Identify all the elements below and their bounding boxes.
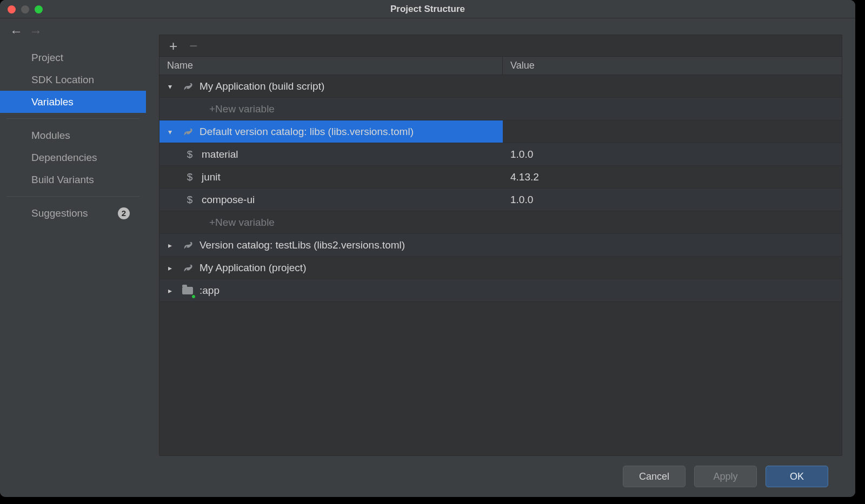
tree-group-default-catalog[interactable]: ▾ Default version catalog: libs (libs.ve…	[159, 120, 842, 143]
sidebar-item-label: Project	[31, 52, 63, 64]
tree-group-testlibs-catalog[interactable]: ▸ Version catalog: testLibs (libs2.versi…	[159, 234, 842, 257]
ok-button[interactable]: OK	[766, 466, 828, 487]
minimize-window-button[interactable]	[21, 5, 29, 14]
gradle-icon	[181, 239, 194, 252]
sidebar-item-sdk-location[interactable]: SDK Location	[0, 69, 146, 91]
variables-tree: ▾ My Application (build script) +New var…	[159, 75, 842, 302]
gradle-icon	[181, 125, 194, 138]
chevron-right-icon[interactable]: ▸	[164, 241, 176, 250]
sidebar-item-label: Dependencies	[31, 152, 97, 164]
tree-group-module-app[interactable]: ▸ :app	[159, 279, 842, 302]
sidebar-item-build-variants[interactable]: Build Variants	[0, 169, 146, 191]
sidebar-item-variables[interactable]: Variables	[0, 91, 146, 113]
column-header-value[interactable]: Value	[503, 60, 842, 71]
chevron-down-icon[interactable]: ▾	[164, 127, 176, 136]
dialog-title: Project Structure	[390, 4, 465, 15]
chevron-down-icon[interactable]: ▾	[164, 82, 176, 91]
sidebar-item-label: Modules	[31, 130, 70, 142]
sidebar-item-dependencies[interactable]: Dependencies	[0, 146, 146, 169]
variables-panel: + − Name Value ▾ My A	[159, 35, 842, 456]
ghost-label: +New variable	[209, 103, 275, 115]
button-label: Cancel	[639, 471, 669, 482]
tree-group-label: My Application (project)	[199, 262, 306, 274]
window-traffic-lights	[8, 5, 43, 14]
tree-group-build-script[interactable]: ▾ My Application (build script)	[159, 75, 842, 98]
variable-row[interactable]: $ material 1.0.0	[159, 143, 842, 166]
add-variable-button[interactable]: +	[169, 39, 177, 53]
sidebar-nav: Project SDK Location Variables Modules D…	[0, 44, 146, 224]
remove-variable-button[interactable]: −	[189, 39, 197, 53]
zoom-window-button[interactable]	[35, 5, 43, 14]
table-header: Name Value	[159, 57, 842, 75]
button-label: OK	[790, 471, 804, 482]
suggestions-badge: 2	[118, 207, 130, 219]
cancel-button[interactable]: Cancel	[623, 466, 686, 487]
new-variable-placeholder[interactable]: +New variable	[159, 98, 842, 120]
sidebar-item-label: Build Variants	[31, 174, 94, 186]
nav-forward-icon[interactable]: →	[29, 24, 42, 39]
button-label: Apply	[713, 471, 737, 482]
chevron-right-icon[interactable]: ▸	[164, 286, 176, 295]
variable-value[interactable]: 4.13.2	[503, 171, 842, 183]
dollar-icon: $	[183, 193, 196, 206]
column-header-label: Name	[167, 60, 193, 71]
variable-row[interactable]: $ compose-ui 1.0.0	[159, 189, 842, 211]
chevron-right-icon[interactable]: ▸	[164, 264, 176, 272]
dollar-icon: $	[183, 171, 196, 184]
dollar-icon: $	[183, 148, 196, 161]
nav-history: ← →	[0, 18, 146, 44]
gradle-icon	[181, 261, 194, 274]
nav-back-icon[interactable]: ←	[10, 24, 23, 39]
column-header-name[interactable]: Name	[159, 57, 503, 75]
variables-toolbar: + −	[159, 35, 842, 57]
tree-group-label: Version catalog: testLibs (libs2.version…	[199, 239, 405, 251]
close-window-button[interactable]	[8, 5, 16, 14]
gradle-icon	[181, 80, 194, 93]
main-panel: + − Name Value ▾ My A	[146, 18, 855, 497]
tree-group-label: My Application (build script)	[199, 80, 324, 92]
tree-group-label: Default version catalog: libs (libs.vers…	[199, 126, 414, 138]
project-structure-dialog: Project Structure ← → Project SDK Locati…	[0, 0, 855, 497]
variable-value[interactable]: 1.0.0	[503, 149, 842, 160]
sidebar-item-modules[interactable]: Modules	[0, 124, 146, 146]
apply-button[interactable]: Apply	[694, 466, 757, 487]
sidebar-separator	[6, 196, 139, 197]
sidebar-item-label: SDK Location	[31, 74, 94, 86]
column-header-label: Value	[510, 60, 535, 71]
tree-group-project[interactable]: ▸ My Application (project)	[159, 257, 842, 279]
variable-name: material	[202, 149, 238, 160]
sidebar-item-project[interactable]: Project	[0, 46, 146, 69]
module-folder-icon	[181, 284, 194, 297]
dialog-footer: Cancel Apply OK	[159, 456, 842, 497]
sidebar-item-label: Suggestions	[31, 207, 88, 219]
variable-name: compose-ui	[202, 194, 255, 206]
title-bar: Project Structure	[0, 0, 855, 18]
variable-value[interactable]: 1.0.0	[503, 194, 842, 206]
sidebar-item-suggestions[interactable]: Suggestions 2	[0, 202, 146, 224]
sidebar-separator	[6, 118, 139, 119]
variable-row[interactable]: $ junit 4.13.2	[159, 166, 842, 189]
new-variable-placeholder[interactable]: +New variable	[159, 211, 842, 234]
sidebar: ← → Project SDK Location Variables Modul…	[0, 18, 146, 497]
sidebar-item-label: Variables	[31, 96, 74, 108]
tree-group-label: :app	[199, 285, 219, 297]
variable-name: junit	[202, 171, 221, 183]
ghost-label: +New variable	[209, 217, 275, 229]
dialog-body: ← → Project SDK Location Variables Modul…	[0, 18, 855, 497]
